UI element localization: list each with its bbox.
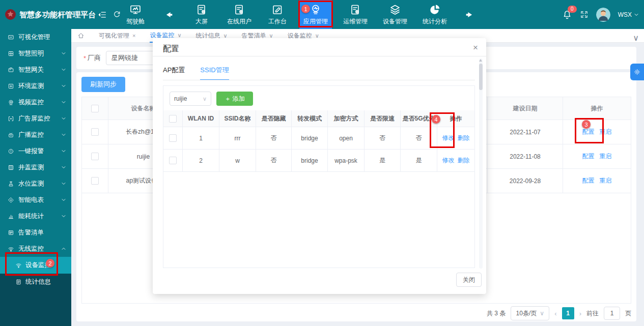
sidebar-item-water-level[interactable]: 水位监测 bbox=[0, 175, 71, 192]
notification-bell-icon[interactable]: 0 bbox=[562, 10, 572, 20]
nav-item-device-management[interactable]: 设备管理 bbox=[379, 0, 411, 29]
ssid-panel: ruijie ∨ ＋ 添加 WLAN ID SSID名称 是否隐藏 转发模式 加… bbox=[163, 85, 475, 268]
gear-icon bbox=[633, 68, 641, 76]
modal-scrollbar bbox=[479, 58, 483, 269]
sidebar-item-alert-list[interactable]: 告警清单 bbox=[0, 224, 71, 241]
tab-visual-management[interactable]: 可视化管理 × bbox=[99, 29, 135, 43]
sidebar-item-smart-gateway[interactable]: 智慧网关 bbox=[0, 62, 71, 78]
scrollbar-thumb[interactable] bbox=[479, 64, 483, 90]
modal-close-button[interactable]: 关闭 bbox=[456, 273, 482, 287]
chevron-down-icon bbox=[61, 83, 66, 88]
sidebar-item-environment[interactable]: 环境监测 bbox=[0, 78, 71, 94]
chevron-down-icon bbox=[61, 67, 66, 72]
chevron-down-icon bbox=[61, 197, 66, 202]
chevron-up-icon bbox=[61, 246, 66, 251]
chevron-down-icon: ∨ bbox=[177, 32, 181, 39]
close-icon[interactable]: × bbox=[132, 33, 135, 39]
select-all-checkbox[interactable] bbox=[91, 105, 99, 112]
ad-screen-icon bbox=[8, 115, 14, 122]
restart-link[interactable]: 重启 bbox=[600, 152, 612, 161]
scroll-up-arrow-icon[interactable] bbox=[479, 59, 482, 62]
sidebar-subitem-stats-info[interactable]: 统计信息 bbox=[0, 274, 71, 290]
chevron-down-icon: ∨ bbox=[203, 96, 207, 102]
restart-link[interactable]: 重启 bbox=[600, 176, 612, 185]
row-checkbox[interactable] bbox=[169, 134, 177, 142]
ssid-name: rrr bbox=[219, 127, 256, 149]
sidebar-subitem-device-monitor[interactable]: 设备监控 bbox=[0, 257, 71, 274]
delete-link[interactable]: 删除 bbox=[458, 156, 470, 165]
build-date: 2022-09-28 bbox=[488, 169, 563, 193]
collapse-sidebar-icon[interactable] bbox=[98, 10, 107, 19]
refresh-sync-button[interactable]: 刷新同步 bbox=[81, 77, 125, 92]
nav-forward-arrow-icon[interactable] bbox=[458, 0, 482, 29]
goto-page-input[interactable]: 1 bbox=[604, 307, 620, 320]
nav-item-cockpit[interactable]: 驾驶舱 bbox=[121, 0, 150, 29]
add-ssid-button[interactable]: ＋ 添加 bbox=[216, 92, 253, 106]
row-checkbox[interactable] bbox=[169, 157, 177, 164]
nav-item-online-users[interactable]: 在线用户 bbox=[223, 0, 256, 29]
avatar[interactable] bbox=[596, 8, 610, 22]
tab-ssid-management[interactable]: SSID管理 bbox=[200, 66, 229, 80]
chevron-down-icon bbox=[61, 165, 66, 170]
tabbar-chevron-down-icon[interactable]: ∨ bbox=[633, 33, 639, 43]
next-page-button[interactable]: › bbox=[579, 310, 581, 317]
nav-item-big-screen[interactable]: 大屏 bbox=[187, 0, 216, 29]
pagination-total: 共 3 条 bbox=[487, 309, 506, 318]
delete-link[interactable]: 删除 bbox=[458, 134, 470, 142]
sidebar-item-visual-management[interactable]: 可视化管理 bbox=[0, 29, 71, 45]
col-build-date: 建设日期 bbox=[488, 97, 563, 120]
ssid-table: WLAN ID SSID名称 是否隐藏 转发模式 加密方式 是否限速 是否5G优… bbox=[163, 110, 474, 172]
select-all-checkbox[interactable] bbox=[169, 115, 177, 123]
sidebar-item-video-monitor[interactable]: 视频监控 bbox=[0, 94, 71, 110]
modal-close-icon[interactable]: × bbox=[473, 43, 478, 53]
page-unit-label: 页 bbox=[625, 309, 631, 318]
modify-link[interactable]: 修改 bbox=[442, 156, 455, 165]
prev-page-button[interactable]: ‹ bbox=[554, 310, 556, 317]
modify-link[interactable]: 修改 bbox=[442, 134, 455, 142]
page-size-select[interactable]: 10条/页 ∨ bbox=[511, 306, 549, 320]
notification-badge: 0 bbox=[568, 6, 577, 13]
user-menu[interactable]: WSX bbox=[618, 11, 639, 18]
configure-link[interactable]: 配置 bbox=[582, 176, 595, 185]
current-page[interactable]: 1 bbox=[562, 307, 574, 319]
chevron-down-icon bbox=[61, 116, 66, 121]
nav-item-stats-analysis[interactable]: 统计分析 bbox=[418, 0, 451, 29]
nav-item-ops-management[interactable]: 运维管理 bbox=[339, 0, 372, 29]
sidebar-item-wireless-monitor[interactable]: 无线监控 bbox=[0, 241, 71, 257]
row-checkbox[interactable] bbox=[91, 177, 99, 185]
video-monitor-icon bbox=[8, 99, 14, 106]
nav-item-app-management[interactable]: 应用管理 bbox=[299, 0, 332, 29]
wlan-id: 2 bbox=[183, 150, 219, 171]
device-select[interactable]: ruijie ∨ bbox=[170, 92, 211, 106]
ssid-table-header: WLAN ID SSID名称 是否隐藏 转发模式 加密方式 是否限速 是否5G优… bbox=[163, 110, 474, 127]
restart-link[interactable]: 重启 bbox=[600, 128, 612, 136]
sidebar-item-smart-meter[interactable]: 智能电表 bbox=[0, 192, 71, 208]
sidebar-item-alarm[interactable]: 一键报警 bbox=[0, 143, 71, 159]
refresh-icon[interactable] bbox=[113, 10, 121, 19]
sidebar-item-manhole[interactable]: 井盖监测 bbox=[0, 159, 71, 175]
chevron-down-icon bbox=[61, 181, 66, 186]
row-checkbox[interactable] bbox=[91, 153, 99, 160]
nav-back-arrow-icon[interactable] bbox=[157, 0, 180, 29]
home-icon[interactable] bbox=[77, 32, 85, 39]
smart-meter-icon bbox=[8, 197, 14, 203]
tab-ap-config[interactable]: AP配置 bbox=[163, 66, 185, 80]
top-bar: 智慧多功能杆管理平台 驾驶舱 大屏 在线用户 工作台 应用管理 运维管理 bbox=[0, 0, 644, 29]
configure-link[interactable]: 配置 bbox=[582, 128, 595, 136]
row-checkbox[interactable] bbox=[91, 128, 99, 136]
online-users-doc-icon bbox=[233, 4, 245, 16]
sidebar-item-smart-lighting[interactable]: 智慧照明 bbox=[0, 45, 71, 62]
settings-gear-button[interactable] bbox=[630, 64, 644, 80]
device-layers-icon bbox=[389, 4, 401, 16]
sidebar-item-ad-screen[interactable]: 广告屏监控 bbox=[0, 110, 71, 127]
environment-monitor-icon bbox=[8, 83, 14, 90]
chevron-down-icon bbox=[61, 51, 66, 56]
sidebar-item-energy-stats[interactable]: 能耗统计 bbox=[0, 208, 71, 224]
fullscreen-icon[interactable] bbox=[580, 10, 589, 19]
sidebar-item-broadcast[interactable]: 广播监控 bbox=[0, 127, 71, 143]
broadcast-icon bbox=[8, 132, 14, 138]
visual-management-icon bbox=[8, 34, 14, 41]
configure-link[interactable]: 配置 bbox=[582, 152, 595, 161]
app-title: 智慧多功能杆管理平台 bbox=[19, 10, 96, 20]
nav-item-workbench[interactable]: 工作台 bbox=[263, 0, 292, 29]
